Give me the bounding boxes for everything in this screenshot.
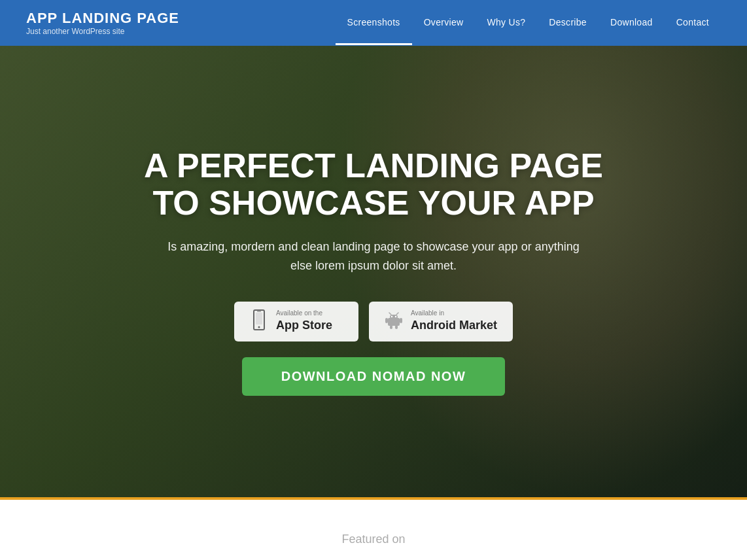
main-nav: Screenshots Overview Why Us? Describe Do… <box>336 1 721 45</box>
nav-item-whyus[interactable]: Why Us? <box>475 1 537 45</box>
app-store-text: Available on the App Store <box>276 310 332 332</box>
navbar: APP LANDING PAGE Just another WordPress … <box>0 0 747 46</box>
svg-point-7 <box>395 316 396 317</box>
nav-link-describe[interactable]: Describe <box>537 1 599 43</box>
android-available: Available in <box>411 310 497 317</box>
phone-icon <box>250 309 268 334</box>
featured-section: Featured on <box>0 497 747 560</box>
nav-item-describe[interactable]: Describe <box>537 1 599 45</box>
svg-line-8 <box>389 313 391 315</box>
nav-link-screenshots[interactable]: Screenshots <box>336 1 412 45</box>
nav-link-whyus[interactable]: Why Us? <box>475 1 537 43</box>
svg-rect-3 <box>257 311 261 311</box>
svg-rect-11 <box>400 318 402 323</box>
site-title: APP LANDING PAGE <box>26 10 179 27</box>
svg-rect-13 <box>395 325 398 329</box>
android-icon <box>385 309 403 334</box>
nav-item-screenshots[interactable]: Screenshots <box>336 1 412 45</box>
nav-link-download[interactable]: Download <box>599 1 665 43</box>
featured-label: Featured on <box>26 533 721 546</box>
svg-line-9 <box>396 313 398 315</box>
svg-point-2 <box>258 326 260 328</box>
svg-rect-5 <box>390 315 398 319</box>
svg-point-6 <box>391 316 392 317</box>
app-store-button[interactable]: Available on the App Store <box>234 302 358 341</box>
svg-rect-1 <box>256 313 262 324</box>
hero-content: A PERFECT LANDING PAGE TO SHOWCASE YOUR … <box>118 147 629 396</box>
hero-subtitle: Is amazing, mordern and clean landing pa… <box>164 237 583 275</box>
nav-item-contact[interactable]: Contact <box>665 1 721 45</box>
site-brand: APP LANDING PAGE Just another WordPress … <box>26 10 179 36</box>
app-store-available: Available on the <box>276 310 332 317</box>
hero-title: A PERFECT LANDING PAGE TO SHOWCASE YOUR … <box>131 147 616 222</box>
svg-rect-10 <box>385 318 388 323</box>
nav-link-contact[interactable]: Contact <box>665 1 721 43</box>
android-market-text: Available in Android Market <box>411 310 497 332</box>
download-now-button[interactable]: DOWNLOAD NOMAD NOW <box>242 357 506 396</box>
nav-link-overview[interactable]: Overview <box>412 1 476 43</box>
nav-item-overview[interactable]: Overview <box>412 1 476 45</box>
app-store-name: App Store <box>276 319 332 332</box>
svg-rect-12 <box>390 325 392 329</box>
android-market-button[interactable]: Available in Android Market <box>369 302 513 341</box>
nav-item-download[interactable]: Download <box>599 1 665 45</box>
hero-section: A PERFECT LANDING PAGE TO SHOWCASE YOUR … <box>0 46 747 497</box>
android-store-name: Android Market <box>411 319 497 332</box>
site-subtitle: Just another WordPress site <box>26 27 179 36</box>
store-buttons-group: Available on the App Store <box>131 302 616 341</box>
